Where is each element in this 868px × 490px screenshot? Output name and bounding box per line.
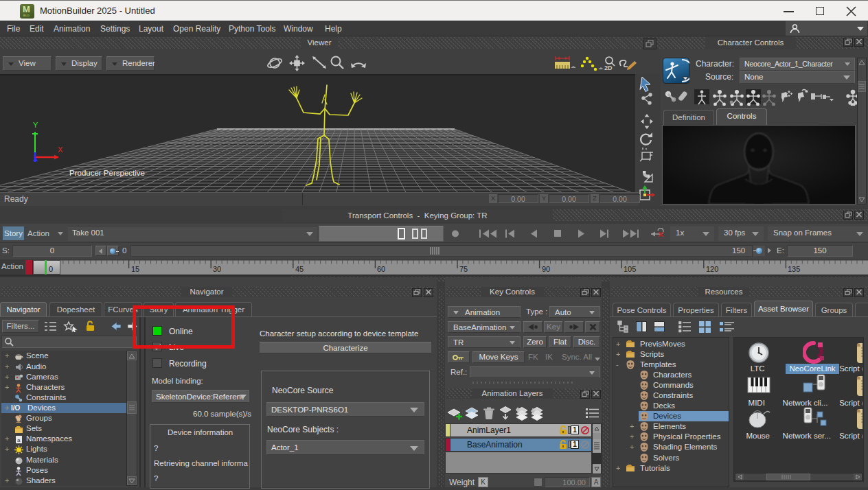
svg-text:2D: 2D <box>604 65 613 71</box>
svg-text:a: a <box>17 437 21 443</box>
svg-text:X: X <box>58 145 63 154</box>
svg-text:Y: Y <box>33 121 38 129</box>
